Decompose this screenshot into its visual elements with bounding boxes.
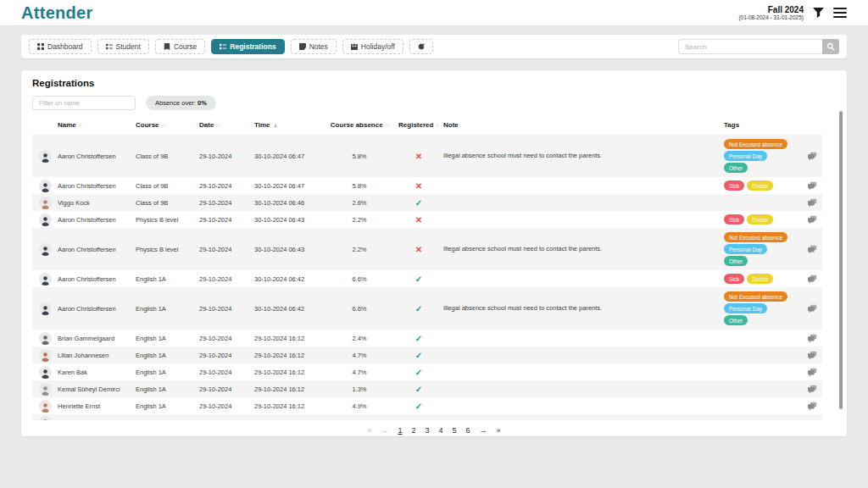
comments-icon[interactable]: [802, 274, 822, 284]
student-name: Kemal Süheyl Demirci: [58, 385, 136, 393]
menu-icon[interactable]: [833, 8, 847, 18]
comments-icon[interactable]: [802, 385, 822, 394]
course-name: English 1A: [136, 305, 199, 313]
table-header-row: Name↓↑Course↓↑Date↓↑Time ↓Course absence…: [32, 118, 822, 135]
avatar: [39, 243, 52, 256]
avatar: [39, 150, 52, 163]
course-name: English 1A: [136, 369, 199, 376]
column-header-name[interactable]: Name↓↑: [58, 121, 136, 129]
registrations-panel: Registrations Absence over: 0% Name↓↑Cou…: [21, 70, 847, 436]
pagination-last[interactable]: »: [497, 426, 501, 435]
registration-date: 29-10-2024: [199, 352, 254, 359]
course-absence-value: 2.4%: [325, 335, 394, 342]
comments-icon[interactable]: [802, 402, 822, 411]
note-text: Illegal absence school must need to cont…: [443, 304, 724, 313]
comments-icon[interactable]: [802, 215, 822, 225]
column-label: Date: [199, 121, 214, 129]
course-absence-value: 2.2%: [325, 216, 394, 224]
course-absence-value: 2.6%: [325, 199, 394, 207]
pagination-page-2[interactable]: 2: [411, 426, 415, 435]
column-header-course[interactable]: Course↓↑: [136, 121, 199, 129]
course-absence-value: 2.2%: [325, 246, 394, 253]
registration-date: 29-10-2024: [199, 385, 254, 393]
column-header-absence[interactable]: Course absence↓↑: [325, 121, 394, 129]
tag-list: SickDoctor: [724, 271, 802, 286]
note-text: Illegal absence school must need to cont…: [443, 152, 724, 160]
registration-date: 29-10-2024: [199, 199, 254, 207]
search-button[interactable]: [822, 39, 839, 54]
pagination-page-5[interactable]: 5: [453, 426, 457, 435]
search-input[interactable]: [678, 39, 822, 54]
course-name: English 1A: [136, 275, 199, 283]
tag-badge: Doctor: [747, 180, 773, 191]
registered-check-icon: ✓: [394, 402, 443, 411]
comments-icon[interactable]: [802, 152, 822, 161]
period-label: Fall 2024: [738, 5, 804, 15]
registered-check-icon: ✓: [394, 304, 443, 313]
avatar: [39, 416, 52, 420]
table-scrollbar[interactable]: [839, 111, 843, 409]
tab-notes[interactable]: Notes: [291, 39, 337, 54]
top-header: Attender Fall 2024 (01-08-2024 - 31-01-2…: [0, 0, 868, 26]
column-header-date[interactable]: Date↓↑: [199, 121, 254, 129]
tag-list: [724, 369, 802, 374]
column-header-registered[interactable]: Registered↓↑: [394, 121, 443, 129]
tab-student[interactable]: Student: [97, 39, 149, 54]
registration-date: 29-10-2024: [199, 335, 254, 342]
tab-holiday-off[interactable]: Holiday/off: [342, 39, 403, 54]
table-row[interactable]: Aaron ChristoffersenPhysics B level29-10…: [32, 211, 822, 228]
comments-icon[interactable]: [802, 198, 822, 208]
comments-icon[interactable]: [802, 334, 822, 343]
table-row[interactable]: Aaron ChristoffersenPhysics B level29-10…: [32, 228, 822, 270]
table-row[interactable]: Lilian JohannesenEnglish 1A29-10-202429-…: [32, 347, 822, 363]
name-filter-input[interactable]: [32, 96, 136, 110]
sort-icon: ↓↑: [78, 122, 82, 128]
table-row[interactable]: Kemal Süheyl DemirciEnglish 1A29-10-2024…: [32, 380, 822, 397]
absence-filter-pill[interactable]: Absence over: 0%: [146, 96, 216, 110]
comments-icon[interactable]: [802, 368, 822, 377]
comments-icon[interactable]: [802, 351, 822, 360]
period-selector: Fall 2024 (01-08-2024 - 31-01-2025): [738, 5, 804, 21]
table-row[interactable]: Henriette ErnstEnglish 1A29-10-202429-10…: [32, 397, 822, 414]
sort-icon: ↓↑: [215, 122, 220, 128]
registration-date: 29-10-2024: [199, 182, 254, 190]
table-row[interactable]: Aaron ChristoffersenEnglish 1A29-10-2024…: [32, 287, 822, 330]
comments-icon[interactable]: [802, 304, 822, 313]
pagination-page-3[interactable]: 3: [425, 426, 429, 435]
table-row[interactable]: Aaron ChristoffersenEnglish 1A29-10-2024…: [32, 270, 822, 287]
tag-badge: Other: [724, 163, 748, 173]
tag-list: [724, 386, 802, 391]
course-absence-value: 4.9%: [325, 402, 394, 410]
student-name: Lilian Johannesen: [58, 352, 136, 359]
avatar: [39, 197, 52, 209]
pagination-page-1[interactable]: 1: [398, 426, 402, 435]
course-absence-value: 6.6%: [325, 275, 394, 283]
table-row[interactable]: Aaron ChristoffersenClass of 9B29-10-202…: [32, 177, 822, 194]
table-row[interactable]: Viggo KockClass of 9B29-10-202430-10-202…: [32, 194, 822, 211]
sort-icon: ↓↑: [385, 122, 389, 128]
tag-list: [724, 200, 802, 205]
sort-desc-icon: ↓: [272, 121, 277, 129]
comments-icon[interactable]: [802, 245, 822, 254]
filter-icon[interactable]: [813, 8, 824, 18]
registration-time: 29-10-2024 16:12: [254, 402, 325, 410]
pagination-page-6[interactable]: 6: [466, 426, 470, 435]
comments-icon[interactable]: [802, 181, 822, 191]
student-name: Aaron Christoffersen: [58, 275, 136, 283]
column-header-time[interactable]: Time ↓: [254, 121, 325, 129]
course-name: English 1A: [136, 335, 199, 342]
course-absence-value: 1.3%: [325, 385, 394, 393]
tab-course[interactable]: Course: [155, 39, 205, 54]
pagination-page-4[interactable]: 4: [439, 426, 443, 435]
table-row[interactable]: Aaron ChristoffersenClass of 9B29-10-202…: [32, 135, 822, 177]
table-row[interactable]: Brian GammelgaardEnglish 1A29-10-202429-…: [32, 330, 822, 347]
refresh-button[interactable]: [409, 39, 433, 54]
tab-dashboard[interactable]: Dashboard: [29, 39, 92, 54]
tab-registrations[interactable]: Registrations: [211, 39, 284, 54]
page-title: Registrations: [32, 78, 836, 88]
pagination-next[interactable]: →: [480, 426, 487, 435]
table-row[interactable]: Karen BakEnglish 1A29-10-202429-10-2024 …: [32, 363, 822, 380]
partial-row: [32, 414, 822, 420]
tag-list: SickDoctor: [724, 178, 802, 193]
student-name: Aaron Christoffersen: [58, 182, 136, 190]
